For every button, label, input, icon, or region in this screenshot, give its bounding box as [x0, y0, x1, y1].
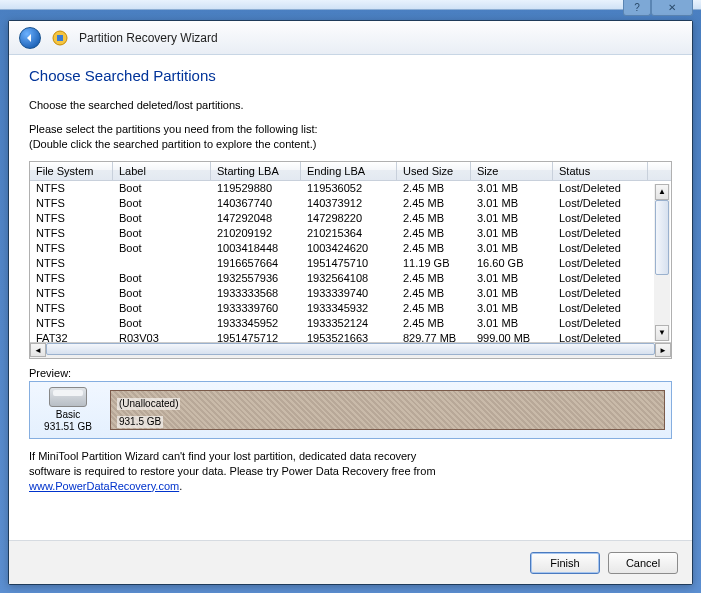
table-row[interactable]: NTFSBoot2102091922102153642.45 MB3.01 MB… [30, 226, 671, 241]
table-cell: 2.45 MB [397, 317, 471, 329]
table-cell: 1951475710 [301, 257, 397, 269]
disk-type: Basic [36, 409, 100, 421]
titlebar [0, 0, 701, 10]
help-button[interactable]: ? [623, 0, 651, 16]
table-cell: NTFS [30, 287, 113, 299]
table-cell: 2.45 MB [397, 212, 471, 224]
partition-size: 931.5 GB [117, 416, 163, 428]
col-endlba[interactable]: Ending LBA [301, 162, 397, 180]
table-cell: 1003424620 [301, 242, 397, 254]
table-cell: 3.01 MB [471, 182, 553, 194]
table-cell: 16.60 GB [471, 257, 553, 269]
scroll-down-button[interactable]: ▼ [655, 325, 669, 341]
table-cell: Lost/Deleted [553, 227, 648, 239]
table-cell: NTFS [30, 197, 113, 209]
table-cell: NTFS [30, 302, 113, 314]
table-cell: Lost/Deleted [553, 287, 648, 299]
table-cell: Lost/Deleted [553, 332, 648, 342]
preview-label: Preview: [29, 367, 672, 379]
table-cell: NTFS [30, 212, 113, 224]
table-row[interactable]: NTFSBoot193334595219333521242.45 MB3.01 … [30, 316, 671, 331]
back-arrow-icon [24, 32, 36, 44]
table-body[interactable]: NTFSBoot1195298801195360522.45 MB3.01 MB… [30, 181, 671, 342]
table-cell: 3.01 MB [471, 197, 553, 209]
table-cell: 1003418448 [211, 242, 301, 254]
table-cell: Lost/Deleted [553, 302, 648, 314]
table-cell: 3.01 MB [471, 317, 553, 329]
table-cell: Boot [113, 317, 211, 329]
finish-button[interactable]: Finish [530, 552, 600, 574]
scroll-right-button[interactable]: ► [655, 343, 671, 357]
table-cell: 1932564108 [301, 272, 397, 284]
table-cell: 1933345932 [301, 302, 397, 314]
scroll-left-button[interactable]: ◄ [30, 343, 46, 357]
page-heading: Choose Searched Partitions [29, 67, 672, 84]
table-cell: 2.45 MB [397, 182, 471, 194]
table-cell: 1933352124 [301, 317, 397, 329]
table-cell: 147292048 [211, 212, 301, 224]
table-row[interactable]: NTFSBoot100341844810034246202.45 MB3.01 … [30, 241, 671, 256]
table-cell: 140373912 [301, 197, 397, 209]
table-cell: Boot [113, 302, 211, 314]
close-button[interactable]: ✕ [651, 0, 693, 16]
table-cell: 1932557936 [211, 272, 301, 284]
table-header: File System Label Starting LBA Ending LB… [30, 162, 671, 181]
table-row[interactable]: NTFSBoot1472920481472982202.45 MB3.01 MB… [30, 211, 671, 226]
table-row[interactable]: NTFSBoot193333976019333459322.45 MB3.01 … [30, 301, 671, 316]
wizard-footer: Finish Cancel [9, 540, 692, 584]
table-cell: R03V03 [113, 332, 211, 342]
table-cell: 829.77 MB [397, 332, 471, 342]
table-cell: Boot [113, 287, 211, 299]
col-startlba[interactable]: Starting LBA [211, 162, 301, 180]
table-cell: Lost/Deleted [553, 182, 648, 194]
table-row[interactable]: NTFSBoot193333356819333397402.45 MB3.01 … [30, 286, 671, 301]
partition-bar[interactable]: (Unallocated) 931.5 GB [110, 390, 665, 430]
table-cell: Lost/Deleted [553, 317, 648, 329]
table-row[interactable]: FAT32R03V0319514757121953521663829.77 MB… [30, 331, 671, 342]
table-cell: 3.01 MB [471, 272, 553, 284]
table-cell: 3.01 MB [471, 287, 553, 299]
table-cell: 2.45 MB [397, 287, 471, 299]
v-scrollbar[interactable]: ▲ ▼ [654, 184, 670, 341]
svg-rect-1 [57, 35, 63, 41]
table-cell: Boot [113, 182, 211, 194]
col-filesystem[interactable]: File System [30, 162, 113, 180]
table-cell: 2.45 MB [397, 227, 471, 239]
table-cell: 1953521663 [301, 332, 397, 342]
wizard-window: Partition Recovery Wizard Choose Searche… [8, 20, 693, 585]
app-icon [51, 29, 69, 47]
instruction-text: Please select the partitions you need fr… [29, 122, 672, 151]
table-cell: 147298220 [301, 212, 397, 224]
table-row[interactable]: NTFSBoot193255793619325641082.45 MB3.01 … [30, 271, 671, 286]
v-scroll-thumb[interactable] [655, 200, 669, 275]
col-usedsize[interactable]: Used Size [397, 162, 471, 180]
table-cell: 3.01 MB [471, 242, 553, 254]
table-cell: NTFS [30, 317, 113, 329]
table-cell: Lost/Deleted [553, 212, 648, 224]
table-cell: Lost/Deleted [553, 242, 648, 254]
table-row[interactable]: NTFSBoot1403677401403739122.45 MB3.01 MB… [30, 196, 671, 211]
table-cell: 1951475712 [211, 332, 301, 342]
h-scrollbar[interactable]: ◄ ► [30, 342, 671, 358]
wizard-header: Partition Recovery Wizard [9, 21, 692, 55]
recovery-link[interactable]: www.PowerDataRecovery.com [29, 480, 179, 492]
table-cell: Lost/Deleted [553, 257, 648, 269]
table-cell: 210209192 [211, 227, 301, 239]
col-label[interactable]: Label [113, 162, 211, 180]
table-row[interactable]: NTFSBoot1195298801195360522.45 MB3.01 MB… [30, 181, 671, 196]
intro-text: Choose the searched deleted/lost partiti… [29, 98, 672, 112]
table-cell: 3.01 MB [471, 302, 553, 314]
col-status[interactable]: Status [553, 162, 648, 180]
recovery-note: If MiniTool Partition Wizard can't find … [29, 449, 672, 494]
back-button[interactable] [19, 27, 41, 49]
col-size[interactable]: Size [471, 162, 553, 180]
cancel-button[interactable]: Cancel [608, 552, 678, 574]
h-scroll-thumb[interactable] [46, 343, 655, 355]
table-row[interactable]: NTFS1916657664195147571011.19 GB16.60 GB… [30, 256, 671, 271]
table-cell: 1933339760 [211, 302, 301, 314]
scroll-up-button[interactable]: ▲ [655, 184, 669, 200]
table-cell: NTFS [30, 227, 113, 239]
table-cell: 119536052 [301, 182, 397, 194]
preview-pane: Basic 931.51 GB (Unallocated) 931.5 GB [29, 381, 672, 439]
partition-label: (Unallocated) [117, 398, 180, 410]
